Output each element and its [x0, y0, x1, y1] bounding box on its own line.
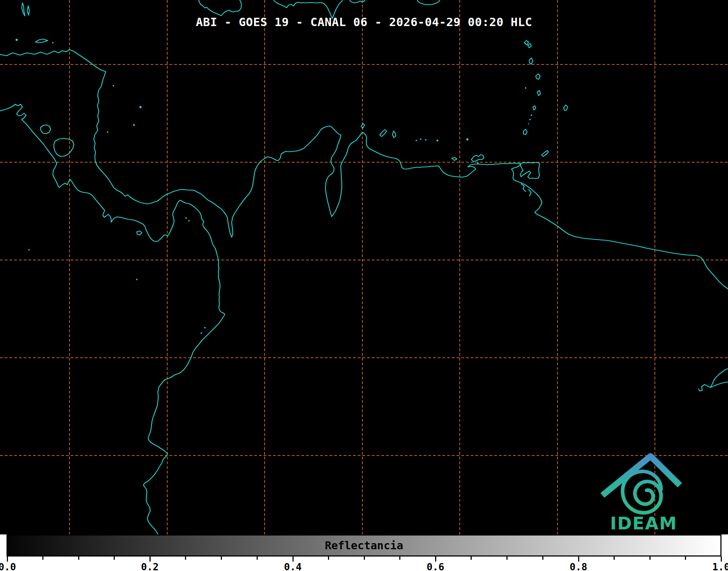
coast-curacao: [380, 130, 387, 137]
colorbar-minor-tick: [649, 557, 651, 560]
coast-tobago: [542, 151, 548, 156]
coast-bonaire: [392, 131, 396, 138]
colorbar-minor-tick: [399, 557, 400, 560]
colorbar-major-tick: [578, 557, 579, 562]
colorbar-major-tick: [721, 557, 722, 562]
satellite-image-viewer: ABI - GOES 19 - CANAL 06 - 2026-04-29 00…: [0, 0, 728, 571]
coast-la-tortuga: [452, 158, 457, 160]
colorbar-tick-label: 0.4: [284, 561, 302, 571]
ideam-logo: IDEAM: [593, 448, 687, 534]
coast-trinidad: [520, 163, 540, 179]
coast-roatan-island: [35, 39, 48, 43]
satellite-map: ABI - GOES 19 - CANAL 06 - 2026-04-29 00…: [0, 0, 728, 534]
map-title: ABI - GOES 19 - CANAL 06 - 2026-04-29 00…: [196, 15, 532, 29]
coast-puerto-rico-south: [417, 0, 440, 5]
colorbar-major-tick: [435, 557, 436, 562]
colorbar-tick-label: 0.0: [0, 561, 16, 571]
small-islands: [16, 39, 532, 334]
colorbar-minor-tick: [614, 557, 615, 560]
colorbar-tick-label: 0.8: [570, 561, 588, 571]
colorbar-minor-tick: [114, 557, 115, 560]
colorbar-tick-label: 0.6: [427, 561, 445, 571]
coast-guadeloupe: [524, 41, 531, 48]
colorbar-tick-label: 0.2: [141, 561, 159, 571]
colorbar-major-tick: [7, 557, 8, 562]
colorbar-minor-tick: [364, 557, 365, 560]
colorbar-minor-tick: [328, 557, 329, 560]
coast-st-vincent: [533, 106, 536, 110]
colorbar: Reflectancia 0.00.20.40.60.81.0: [0, 534, 728, 571]
coast-grenada: [523, 129, 527, 135]
colorbar-minor-tick: [185, 557, 186, 560]
mountain-swirl-icon: [602, 456, 680, 513]
coast-barbados: [564, 105, 568, 110]
lake-nicaragua: [54, 138, 74, 156]
colorbar-major-tick: [293, 557, 294, 562]
coast-belize-cay-2: [27, 6, 29, 15]
colorbar-minor-tick: [471, 557, 472, 560]
colorbar-minor-tick: [506, 557, 508, 560]
colorbar-minor-tick: [78, 557, 79, 560]
colorbar-minor-tick: [257, 557, 258, 560]
coast-pacific-mainland: [0, 104, 225, 534]
colorbar-minor-tick: [685, 557, 686, 560]
coast-dominica: [529, 58, 533, 64]
coast-belize-cays: [22, 3, 25, 16]
logo-text: IDEAM: [610, 513, 677, 533]
coast-coiba-island: [137, 231, 142, 235]
coast-caribbean-mainland: [0, 50, 728, 289]
coast-hispaniola-east-tip: [349, 0, 366, 3]
colorbar-label: Reflectancia: [8, 539, 720, 551]
colorbar-tick-label: 1.0: [712, 561, 728, 571]
coast-jamaica: [199, 0, 241, 16]
coast-aruba: [361, 123, 365, 128]
coast-martinique: [536, 74, 540, 79]
colorbar-minor-tick: [542, 557, 543, 560]
colorbar-gradient: Reflectancia: [7, 534, 721, 557]
colorbar-minor-tick: [42, 557, 43, 560]
lake-managua: [41, 125, 51, 134]
coast-st-lucia: [537, 91, 540, 96]
colorbar-major-tick: [150, 557, 151, 562]
colorbar-minor-tick: [221, 557, 222, 560]
coast-amazon-estuary: [698, 369, 728, 391]
coast-margarita: [471, 155, 484, 161]
